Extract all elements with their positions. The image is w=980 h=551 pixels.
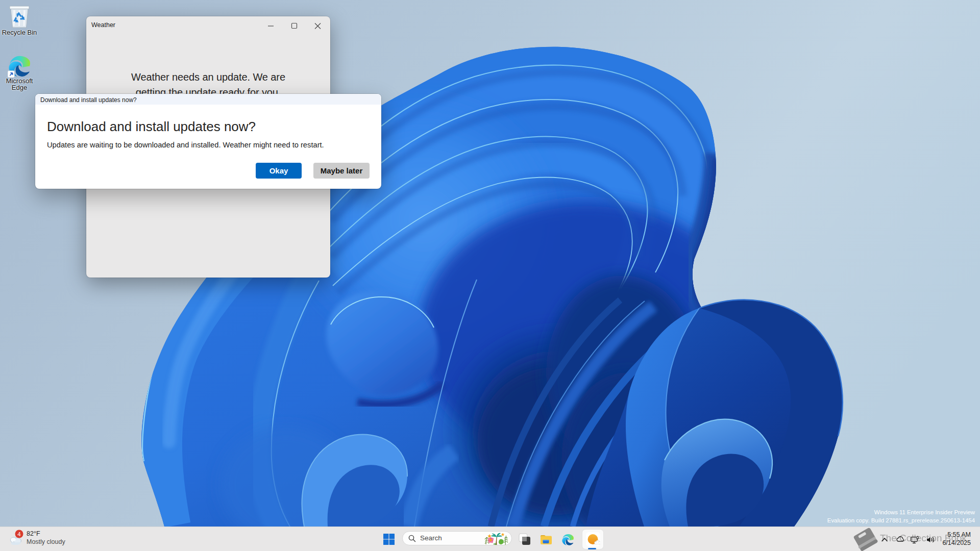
svg-text:4: 4 (17, 531, 21, 537)
